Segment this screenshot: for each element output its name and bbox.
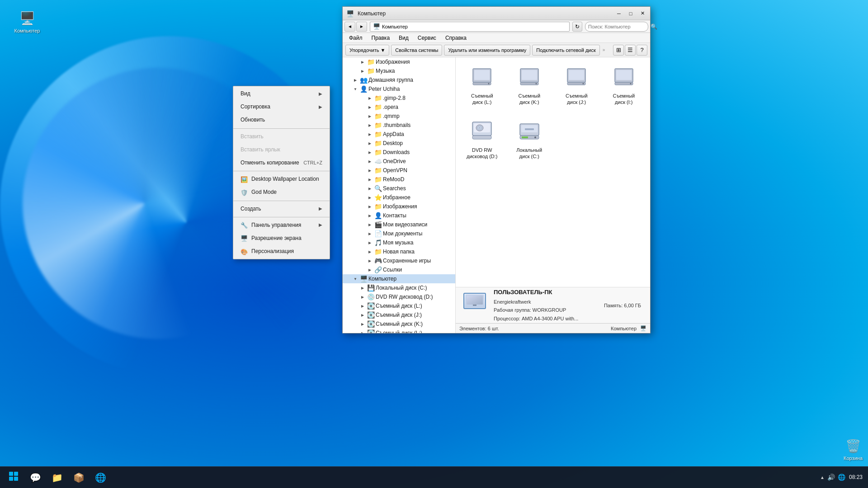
drive-l[interactable]: Съемныйдиск (L:) (461, 63, 503, 109)
toggle-homegroup[interactable]: ▶ (352, 76, 359, 84)
toggle-searches[interactable]: ▶ (366, 185, 373, 192)
drive-c[interactable]: Локальныйдиск (C:) (509, 115, 551, 164)
tree-item-documents[interactable]: ▶ 📄 Мои документы (343, 229, 455, 238)
toggle-openvpn[interactable]: ▶ (366, 167, 373, 174)
tree-item-removable-l[interactable]: ▶ 💽 Съемный диск (L:) (343, 301, 455, 310)
toggle-downloads[interactable]: ▶ (366, 149, 373, 156)
drive-j[interactable]: Съемныйдиск (J:) (556, 63, 598, 109)
back-button[interactable]: ◄ (344, 22, 355, 32)
tree-item-removable-j[interactable]: ▶ 💽 Съемный диск (J:) (343, 310, 455, 319)
ctx-undo-copy[interactable]: Отменить копирование CTRL+Z (233, 156, 330, 169)
ctx-control-panel[interactable]: 🔧 Панель управления ▶ (233, 219, 330, 232)
tree-item-savedgames[interactable]: ▶ 🎮 Сохраненные игры (343, 256, 455, 265)
search-input[interactable] (588, 24, 651, 29)
ctx-personalization[interactable]: 🎨 Персонализация (233, 245, 330, 258)
search-box[interactable]: 🔍 (585, 22, 648, 32)
toggle-savedgames[interactable]: ▶ (366, 257, 373, 264)
tree-item-links[interactable]: ▶ 🔗 Ссылки (343, 265, 455, 274)
tree-item-removable-l2[interactable]: ▶ 💽 Съемный диск (L:) (343, 328, 455, 333)
start-button[interactable] (4, 468, 24, 488)
tree-item-dvd-d[interactable]: ▶ 💿 DVD RW дисковод (D:) (343, 292, 455, 301)
ctx-refresh[interactable]: Обновить (233, 113, 330, 127)
toggle-peter[interactable]: ▼ (352, 85, 359, 93)
ctx-sort[interactable]: Сортировка ▶ (233, 100, 330, 113)
tree-item-local-c[interactable]: ▶ 💾 Локальный диск (C:) (343, 283, 455, 292)
desktop-icon-recycle[interactable]: 🗑️ Корзина (842, 437, 864, 463)
toggle-links[interactable]: ▶ (366, 266, 373, 273)
refresh-button[interactable]: ↻ (572, 22, 582, 32)
toggle-desktop-folder[interactable]: ▶ (366, 140, 373, 147)
toggle-remod[interactable]: ▶ (366, 176, 373, 183)
organize-button[interactable]: Упорядочить ▼ (345, 45, 389, 56)
tree-item-pictures[interactable]: ▶ 📁 Изображения (343, 202, 455, 211)
drive-k[interactable]: Съемныйдиск (K:) (509, 63, 551, 109)
tree-item-homegroup[interactable]: ▶ 👥 Домашняя группа (343, 75, 455, 84)
view-details-icon[interactable]: ☰ (625, 45, 636, 56)
tree-item-removable-k[interactable]: ▶ 💽 Съемный диск (K:) (343, 319, 455, 328)
toggle-mymusic[interactable]: ▶ (366, 239, 373, 246)
forward-button[interactable]: ► (356, 22, 367, 32)
toggle-pictures[interactable]: ▶ (366, 203, 373, 210)
toggle-videos[interactable]: ▶ (366, 221, 373, 228)
tree-item-desktop[interactable]: ▶ 📁 Desktop (343, 139, 455, 148)
ctx-paste-shortcut[interactable]: Вставить ярлык (233, 143, 330, 156)
menu-view[interactable]: Вид (395, 34, 412, 42)
tree-item-contacts[interactable]: ▶ 👤 Контакты (343, 211, 455, 220)
menu-service[interactable]: Сервис (414, 34, 440, 42)
menu-edit[interactable]: Правка (368, 34, 394, 42)
toggle-computer[interactable]: ▼ (352, 275, 359, 282)
tree-item-openvpn[interactable]: ▶ 📁 OpenVPN (343, 166, 455, 175)
minimize-button[interactable]: ─ (613, 9, 625, 18)
tree-item-searches[interactable]: ▶ 🔍 Searches (343, 184, 455, 193)
taskbar-browser[interactable]: 🌐 (90, 468, 110, 488)
tree-item-peter[interactable]: ▼ 👤 Peter Uchiha (343, 84, 455, 94)
toggle-gimp[interactable]: ▶ (366, 94, 373, 102)
system-properties-button[interactable]: Свойства системы (391, 45, 442, 56)
toggle-local-c[interactable]: ▶ (359, 284, 366, 291)
toggle-onedrive[interactable]: ▶ (366, 158, 373, 165)
desktop-icon-computer[interactable]: 🖥️ Компьютер (9, 9, 45, 36)
toggle-appdata[interactable]: ▶ (366, 131, 373, 138)
toggle-qmmp[interactable]: ▶ (366, 113, 373, 120)
maximize-button[interactable]: □ (625, 9, 637, 18)
toggle-removable-l2[interactable]: ▶ (359, 329, 366, 333)
toggle-removable-l[interactable]: ▶ (359, 302, 366, 310)
ctx-screen-res[interactable]: 🖥️ Разрешение экрана (233, 232, 330, 245)
tree-item-onedrive[interactable]: ▶ ☁️ OneDrive (343, 157, 455, 166)
help-icon[interactable]: ? (637, 45, 647, 56)
drive-dvd[interactable]: DVD RWдисковод (D:) (461, 115, 503, 164)
tree-item-qmmp[interactable]: ▶ 📁 .qmmp (343, 112, 455, 121)
tray-volume-icon[interactable]: 🔊 (827, 474, 835, 481)
taskbar-archive[interactable]: 📦 (69, 468, 89, 488)
tree-item-newfolder[interactable]: ▶ 📁 Новая папка (343, 247, 455, 256)
tree-item-computer[interactable]: ▼ 🖥️ Компьютер (343, 274, 455, 283)
ctx-view[interactable]: Вид ▶ (233, 87, 330, 100)
taskbar-file-manager[interactable]: 📁 (47, 468, 67, 488)
ctx-create[interactable]: Создать ▶ (233, 202, 330, 216)
tree-item-favorites[interactable]: ▶ ⭐ Избранное (343, 193, 455, 202)
network-button[interactable]: Подключить сетевой диск (532, 45, 599, 56)
menu-file[interactable]: Файл (345, 34, 366, 42)
drive-i[interactable]: Съемныйдиск (I:) (603, 63, 645, 109)
tree-item-thumbnails[interactable]: ▶ 📁 .thumbnails (343, 121, 455, 130)
menu-help[interactable]: Справка (442, 34, 470, 42)
toggle-favorites[interactable]: ▶ (366, 194, 373, 201)
tree-item-music[interactable]: ▶ 📁 Музыка (343, 66, 455, 75)
tree-item-videos[interactable]: ▶ 🎬 Мои видеозаписи (343, 220, 455, 229)
toggle-music[interactable]: ▶ (359, 67, 366, 75)
toggle-newfolder[interactable]: ▶ (366, 248, 373, 255)
view-list-icon[interactable]: ⊞ (613, 45, 624, 56)
taskbar-time[interactable]: 08:23 (849, 474, 863, 481)
address-bar[interactable]: 🖥️ Компьютер (370, 22, 570, 32)
tree-item-appdata[interactable]: ▶ 📁 AppData (343, 130, 455, 139)
tree-item-mymusic[interactable]: ▶ 🎵 Моя музыка (343, 238, 455, 247)
tray-network-icon[interactable]: 🌐 (838, 474, 845, 481)
tray-notifications[interactable]: ▲ (820, 475, 825, 480)
toggle-thumbnails[interactable]: ▶ (366, 122, 373, 129)
ctx-paste[interactable]: Вставить (233, 130, 330, 143)
tree-item-opera[interactable]: ▶ 📁 .opera (343, 103, 455, 112)
tree-item-downloads[interactable]: ▶ 📁 Downloads (343, 148, 455, 157)
toggle-opera[interactable]: ▶ (366, 103, 373, 111)
ctx-wallpaper[interactable]: 🖼️ Desktop Wallpaper Location (233, 173, 330, 186)
tree-item-remod[interactable]: ▶ 📁 ReMooD (343, 175, 455, 184)
